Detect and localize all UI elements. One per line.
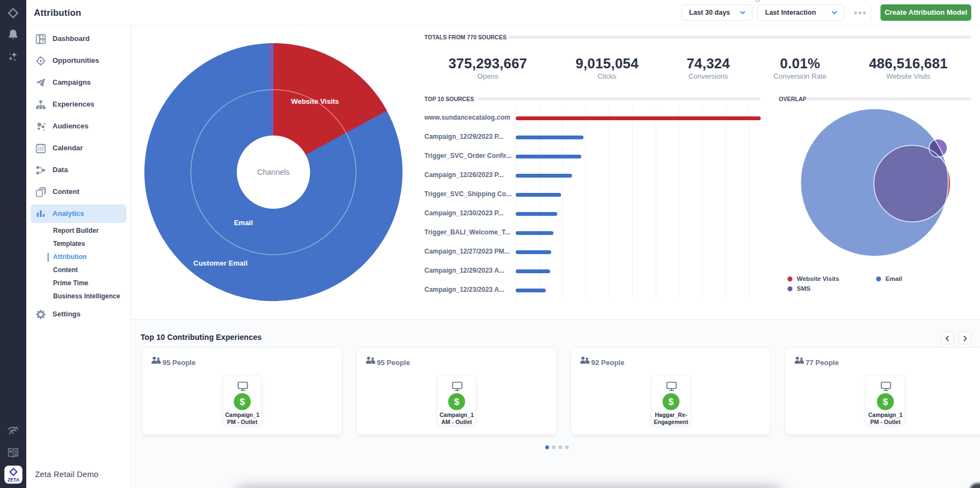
svg-text:ZETA: ZETA [8,477,20,483]
svg-text:Customer Email: Customer Email [194,259,248,267]
svg-text:Email: Email [234,219,253,227]
svg-text:Website Visits: Website Visits [291,97,339,105]
svg-text:Channels: Channels [257,168,289,177]
